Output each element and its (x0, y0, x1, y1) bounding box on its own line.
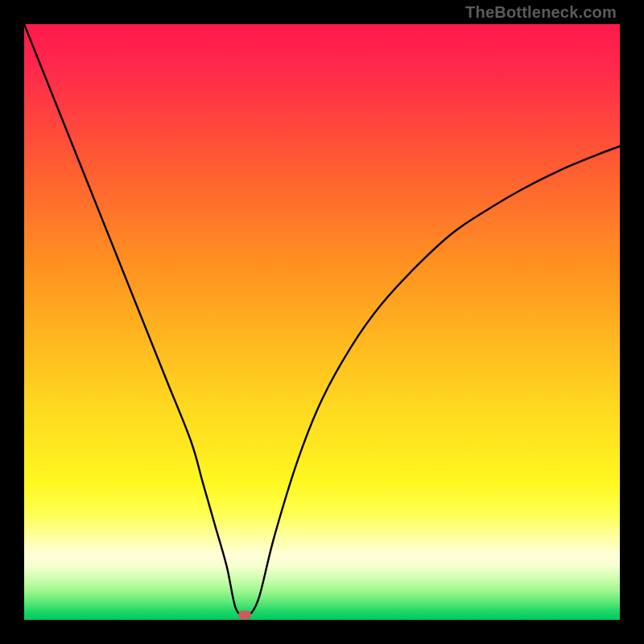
minimum-marker (238, 611, 251, 620)
chart-frame: TheBottleneck.com (0, 0, 644, 644)
attribution-text: TheBottleneck.com (465, 3, 617, 22)
bottleneck-curve (24, 24, 620, 620)
plot-area (24, 24, 620, 620)
